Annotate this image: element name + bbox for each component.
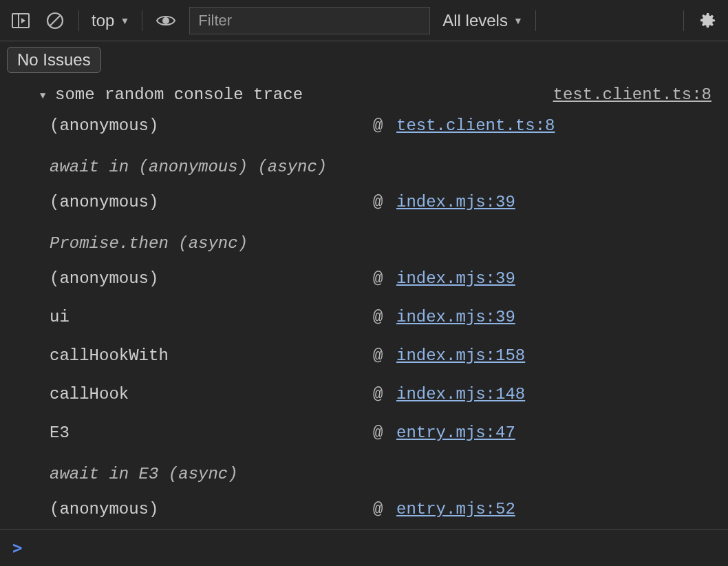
- settings-icon[interactable]: [696, 10, 718, 32]
- console-prompt-input[interactable]: [29, 539, 716, 556]
- toggle-sidebar-icon[interactable]: [10, 10, 32, 32]
- frame-location-link[interactable]: index.mjs:39: [396, 190, 711, 215]
- prompt-chevron-icon: >: [12, 538, 22, 558]
- svg-point-5: [163, 18, 169, 23]
- frame-location-link[interactable]: index.mjs:39: [396, 305, 711, 330]
- trace-header-row[interactable]: ▼ some random console trace test.client.…: [0, 83, 728, 105]
- svg-rect-0: [12, 14, 29, 28]
- frame-at-symbol: @: [373, 344, 396, 368]
- async-boundary: await in (anonymous) (async): [50, 145, 711, 183]
- frame-location-link[interactable]: test.client.ts:8: [396, 114, 711, 138]
- toolbar-divider: [78, 10, 79, 31]
- trace-source-link[interactable]: test.client.ts:8: [553, 85, 711, 104]
- frame-at-symbol: @: [373, 497, 396, 522]
- log-levels-selector[interactable]: All levels ▼: [442, 11, 523, 30]
- stack-trace: (anonymous)@test.client.ts:8await in (an…: [0, 105, 728, 536]
- disclosure-triangle-icon[interactable]: ▼: [40, 90, 45, 101]
- context-label: top: [92, 11, 114, 30]
- frame-at-symbol: @: [373, 382, 396, 407]
- frame-location-link[interactable]: entry.mjs:47: [396, 421, 711, 446]
- frame-function: callHook: [50, 382, 373, 407]
- filter-input[interactable]: [189, 7, 430, 34]
- frame-at-symbol: @: [373, 114, 396, 138]
- toolbar-divider: [142, 10, 142, 31]
- frame-location-link[interactable]: entry.mjs:52: [396, 497, 711, 522]
- console-messages: ▼ some random console trace test.client.…: [0, 80, 728, 536]
- svg-marker-2: [21, 18, 25, 23]
- frame-function: E3: [50, 421, 373, 446]
- frame-function: (anonymous): [50, 114, 373, 138]
- async-boundary: Promise.then (async): [50, 222, 711, 260]
- frame-function: (anonymous): [50, 497, 373, 522]
- frame-at-symbol: @: [373, 266, 396, 291]
- frame-function: ui: [50, 305, 373, 330]
- log-levels-label: All levels: [442, 11, 508, 30]
- frame-at-symbol: @: [373, 305, 396, 330]
- frame-location-link[interactable]: index.mjs:39: [396, 266, 711, 291]
- issues-bar: No Issues: [0, 41, 728, 80]
- stack-frame: callHook@index.mjs:148: [50, 375, 711, 414]
- eye-icon[interactable]: [155, 10, 177, 32]
- toolbar-divider: [535, 10, 536, 31]
- clear-console-icon[interactable]: [44, 10, 66, 32]
- frame-function: (anonymous): [50, 266, 373, 291]
- stack-frame: E3@entry.mjs:47: [50, 414, 711, 452]
- caret-down-icon: ▼: [120, 15, 129, 26]
- stack-frame: ui@index.mjs:39: [50, 298, 711, 337]
- toolbar-divider: [683, 10, 684, 31]
- stack-frame: (anonymous)@index.mjs:39: [50, 260, 711, 298]
- console-prompt-bar: >: [0, 529, 728, 566]
- stack-frame: (anonymous)@entry.mjs:52: [50, 490, 711, 529]
- stack-frame: callHookWith@index.mjs:158: [50, 337, 711, 375]
- frame-at-symbol: @: [373, 421, 396, 446]
- context-selector[interactable]: top ▼: [92, 11, 129, 30]
- frame-function: (anonymous): [50, 190, 373, 215]
- frame-location-link[interactable]: index.mjs:148: [396, 382, 711, 407]
- issues-button[interactable]: No Issues: [7, 47, 101, 73]
- caret-down-icon: ▼: [513, 15, 523, 26]
- frame-function: callHookWith: [50, 344, 373, 368]
- console-toolbar: top ▼ All levels ▼: [0, 0, 728, 41]
- stack-frame: (anonymous)@test.client.ts:8: [50, 107, 711, 145]
- frame-location-link[interactable]: index.mjs:158: [396, 344, 711, 368]
- svg-line-4: [50, 16, 60, 25]
- frame-at-symbol: @: [373, 190, 396, 215]
- stack-frame: (anonymous)@index.mjs:39: [50, 183, 711, 222]
- async-boundary: await in E3 (async): [50, 452, 711, 490]
- trace-message: some random console trace: [55, 85, 303, 104]
